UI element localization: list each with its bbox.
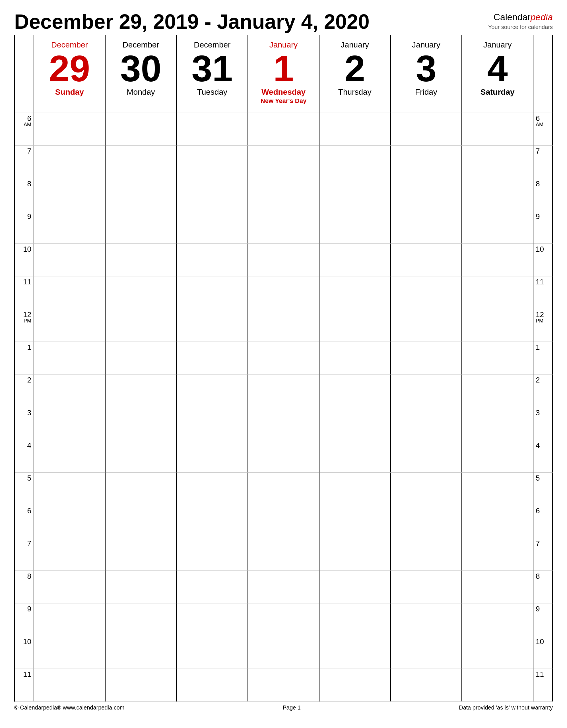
event-cell-row14-day3[interactable] (248, 571, 320, 603)
event-cell-row1-day3[interactable] (248, 146, 320, 178)
event-cell-row1-day5[interactable] (391, 146, 462, 178)
event-cell-row6-day4[interactable] (320, 309, 391, 342)
event-cell-row8-day3[interactable] (248, 375, 320, 407)
event-cell-row6-day5[interactable] (391, 309, 462, 342)
event-cell-row13-day4[interactable] (320, 538, 391, 571)
event-cell-row13-day3[interactable] (248, 538, 320, 571)
event-cell-row7-day5[interactable] (391, 342, 462, 375)
event-cell-row11-day2[interactable] (177, 473, 248, 505)
event-cell-row9-day5[interactable] (391, 407, 462, 440)
event-cell-row10-day3[interactable] (248, 440, 320, 473)
event-cell-row16-day0[interactable] (34, 636, 105, 669)
event-cell-row8-day5[interactable] (391, 375, 462, 407)
event-cell-row1-day6[interactable] (462, 146, 533, 178)
event-cell-row0-day6[interactable] (462, 113, 533, 146)
event-cell-row5-day5[interactable] (391, 276, 462, 309)
event-cell-row15-day3[interactable] (248, 603, 320, 636)
event-cell-row10-day6[interactable] (462, 440, 533, 473)
event-cell-row12-day1[interactable] (105, 505, 177, 538)
event-cell-row7-day3[interactable] (248, 342, 320, 375)
event-cell-row13-day1[interactable] (105, 538, 177, 571)
event-cell-row2-day1[interactable] (105, 178, 177, 211)
event-cell-row11-day1[interactable] (105, 473, 177, 505)
event-cell-row6-day3[interactable] (248, 309, 320, 342)
event-cell-row10-day1[interactable] (105, 440, 177, 473)
event-cell-row11-day4[interactable] (320, 473, 391, 505)
event-cell-row0-day1[interactable] (105, 113, 177, 146)
event-cell-row0-day2[interactable] (177, 113, 248, 146)
event-cell-row10-day4[interactable] (320, 440, 391, 473)
event-cell-row2-day4[interactable] (320, 178, 391, 211)
event-cell-row1-day0[interactable] (34, 146, 105, 178)
event-cell-row8-day2[interactable] (177, 375, 248, 407)
event-cell-row13-day5[interactable] (391, 538, 462, 571)
event-cell-row1-day2[interactable] (177, 146, 248, 178)
event-cell-row5-day6[interactable] (462, 276, 533, 309)
event-cell-row12-day5[interactable] (391, 505, 462, 538)
event-cell-row7-day6[interactable] (462, 342, 533, 375)
event-cell-row16-day3[interactable] (248, 636, 320, 669)
event-cell-row11-day5[interactable] (391, 473, 462, 505)
event-cell-row12-day2[interactable] (177, 505, 248, 538)
event-cell-row15-day4[interactable] (320, 603, 391, 636)
event-cell-row13-day0[interactable] (34, 538, 105, 571)
event-cell-row14-day5[interactable] (391, 571, 462, 603)
event-cell-row14-day0[interactable] (34, 571, 105, 603)
event-cell-row10-day2[interactable] (177, 440, 248, 473)
event-cell-row3-day6[interactable] (462, 211, 533, 244)
event-cell-row4-day4[interactable] (320, 244, 391, 276)
event-cell-row11-day3[interactable] (248, 473, 320, 505)
event-cell-row7-day4[interactable] (320, 342, 391, 375)
event-cell-row0-day4[interactable] (320, 113, 391, 146)
event-cell-row2-day6[interactable] (462, 178, 533, 211)
event-cell-row14-day6[interactable] (462, 571, 533, 603)
event-cell-row14-day4[interactable] (320, 571, 391, 603)
event-cell-row17-day0[interactable] (34, 669, 105, 702)
event-cell-row12-day4[interactable] (320, 505, 391, 538)
event-cell-row16-day5[interactable] (391, 636, 462, 669)
event-cell-row3-day2[interactable] (177, 211, 248, 244)
event-cell-row2-day3[interactable] (248, 178, 320, 211)
event-cell-row17-day5[interactable] (391, 669, 462, 702)
event-cell-row15-day6[interactable] (462, 603, 533, 636)
event-cell-row9-day2[interactable] (177, 407, 248, 440)
event-cell-row16-day1[interactable] (105, 636, 177, 669)
event-cell-row8-day4[interactable] (320, 375, 391, 407)
event-cell-row8-day1[interactable] (105, 375, 177, 407)
event-cell-row0-day3[interactable] (248, 113, 320, 146)
event-cell-row9-day6[interactable] (462, 407, 533, 440)
event-cell-row16-day2[interactable] (177, 636, 248, 669)
event-cell-row3-day1[interactable] (105, 211, 177, 244)
event-cell-row5-day0[interactable] (34, 276, 105, 309)
event-cell-row15-day2[interactable] (177, 603, 248, 636)
event-cell-row4-day2[interactable] (177, 244, 248, 276)
event-cell-row7-day0[interactable] (34, 342, 105, 375)
event-cell-row8-day6[interactable] (462, 375, 533, 407)
event-cell-row2-day0[interactable] (34, 178, 105, 211)
event-cell-row6-day6[interactable] (462, 309, 533, 342)
event-cell-row3-day0[interactable] (34, 211, 105, 244)
event-cell-row10-day0[interactable] (34, 440, 105, 473)
event-cell-row6-day0[interactable] (34, 309, 105, 342)
event-cell-row1-day4[interactable] (320, 146, 391, 178)
event-cell-row2-day2[interactable] (177, 178, 248, 211)
event-cell-row16-day4[interactable] (320, 636, 391, 669)
event-cell-row9-day3[interactable] (248, 407, 320, 440)
event-cell-row12-day0[interactable] (34, 505, 105, 538)
event-cell-row4-day3[interactable] (248, 244, 320, 276)
event-cell-row12-day3[interactable] (248, 505, 320, 538)
event-cell-row0-day0[interactable] (34, 113, 105, 146)
event-cell-row4-day1[interactable] (105, 244, 177, 276)
event-cell-row11-day0[interactable] (34, 473, 105, 505)
event-cell-row14-day1[interactable] (105, 571, 177, 603)
event-cell-row17-day1[interactable] (105, 669, 177, 702)
event-cell-row15-day0[interactable] (34, 603, 105, 636)
event-cell-row7-day1[interactable] (105, 342, 177, 375)
event-cell-row12-day6[interactable] (462, 505, 533, 538)
event-cell-row17-day2[interactable] (177, 669, 248, 702)
event-cell-row9-day4[interactable] (320, 407, 391, 440)
event-cell-row15-day1[interactable] (105, 603, 177, 636)
event-cell-row11-day6[interactable] (462, 473, 533, 505)
event-cell-row3-day5[interactable] (391, 211, 462, 244)
event-cell-row5-day4[interactable] (320, 276, 391, 309)
